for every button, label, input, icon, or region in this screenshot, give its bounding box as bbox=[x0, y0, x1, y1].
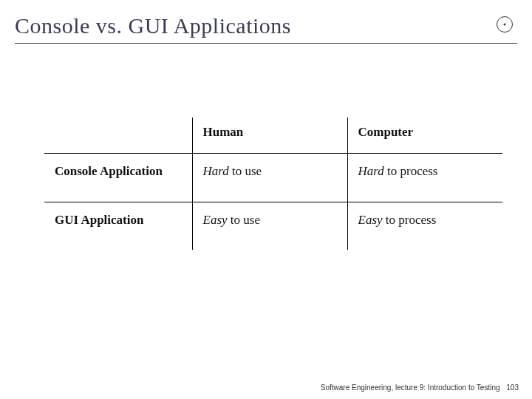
cell-emphasis: Easy bbox=[358, 213, 383, 227]
table-header-human: Human bbox=[192, 117, 347, 154]
title-divider bbox=[15, 43, 517, 44]
page-number: 103 bbox=[506, 383, 519, 392]
table-header-row: Human Computer bbox=[44, 117, 502, 154]
row-label-gui: GUI Application bbox=[44, 202, 192, 250]
row-label-console: Console Application bbox=[44, 154, 192, 202]
comparison-table: Human Computer Console Application Hard … bbox=[44, 117, 502, 250]
cell-console-human: Hard to use bbox=[192, 154, 347, 202]
table-header-computer: Computer bbox=[347, 117, 502, 154]
page-title: Console vs. GUI Applications bbox=[15, 13, 291, 38]
table-header-empty bbox=[44, 117, 192, 154]
cell-rest: to use bbox=[229, 164, 262, 178]
cell-rest: to use bbox=[228, 213, 260, 227]
table-row: Console Application Hard to use Hard to … bbox=[44, 154, 502, 202]
slide-footer: Software Engineering, lecture 9: Introdu… bbox=[321, 383, 519, 392]
cell-emphasis: Hard bbox=[203, 164, 229, 178]
slide-header: Console vs. GUI Applications bbox=[15, 13, 517, 38]
cell-gui-human: Easy to use bbox=[192, 202, 347, 250]
table-row: GUI Application Easy to use Easy to proc… bbox=[44, 202, 502, 250]
comparison-table-wrap: Human Computer Console Application Hard … bbox=[15, 117, 517, 250]
cell-console-computer: Hard to process bbox=[347, 154, 502, 202]
footer-text: Software Engineering, lecture 9: Introdu… bbox=[321, 383, 500, 392]
cell-emphasis: Hard bbox=[358, 164, 384, 178]
cell-gui-computer: Easy to process bbox=[347, 202, 502, 250]
slide: Console vs. GUI Applications Human Compu… bbox=[0, 0, 532, 399]
cell-rest: to process bbox=[383, 213, 437, 227]
cell-emphasis: Easy bbox=[203, 213, 228, 227]
cell-rest: to process bbox=[384, 164, 438, 178]
logo-icon bbox=[497, 16, 513, 33]
